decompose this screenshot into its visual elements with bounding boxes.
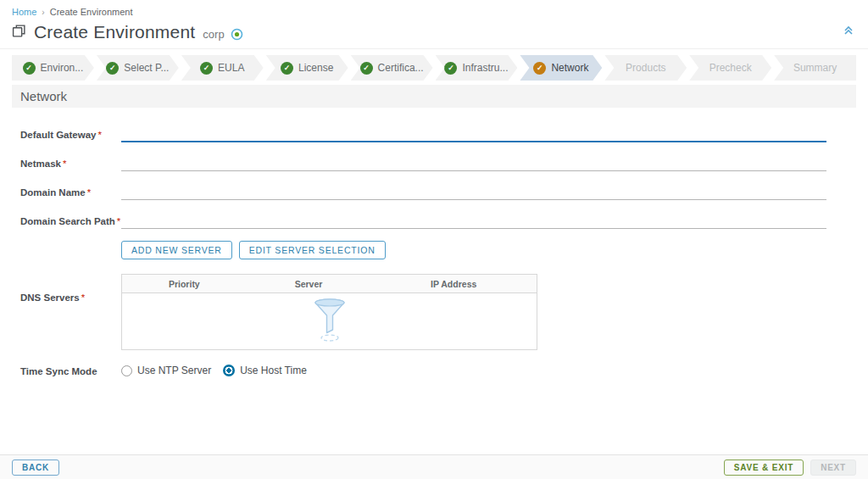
step-complete-icon: ✓	[106, 62, 119, 75]
step-label: Summary	[793, 62, 837, 74]
breadcrumb-home-link[interactable]: Home	[12, 7, 36, 17]
page-title: Create Environment	[34, 22, 195, 42]
section-title: Network	[20, 89, 67, 103]
form-row-default-gateway: Default Gateway*	[12, 125, 856, 142]
domain-search-path-label: Domain Search Path*	[20, 212, 121, 226]
form-row-netmask: Netmask*	[12, 154, 856, 171]
step-eula[interactable]: ✓ EULA	[181, 55, 264, 81]
add-new-server-button[interactable]: ADD NEW SERVER	[121, 241, 232, 259]
form-row-dns-servers: DNS Servers* Priority Server IP Address	[12, 274, 856, 350]
environment-icon	[12, 24, 26, 42]
step-label: License	[298, 62, 333, 74]
next-button[interactable]: NEXT	[810, 460, 856, 476]
dns-table-empty-state	[122, 293, 537, 349]
section-header: Network	[12, 85, 856, 108]
step-in-progress-icon: ✓	[533, 62, 546, 75]
create-environment-page: Home › Create Environment Create Environ…	[0, 0, 868, 455]
dns-actions: ADD NEW SERVER EDIT SERVER SELECTION	[12, 241, 856, 259]
radio-label: Use Host Time	[240, 365, 307, 376]
step-complete-icon: ✓	[23, 62, 36, 75]
netmask-label: Netmask*	[20, 154, 121, 169]
step-summary[interactable]: Summary	[774, 55, 856, 81]
wizard-footer: BACK SAVE & EXIT NEXT	[0, 455, 868, 479]
step-label: Network	[551, 62, 588, 74]
domain-search-path-input[interactable]	[121, 212, 826, 229]
page-header: Home › Create Environment Create Environ…	[0, 0, 868, 49]
domain-name-label: Domain Name*	[20, 183, 121, 198]
network-form: Default Gateway* Netmask* Domain Name* D…	[12, 108, 856, 454]
column-priority: Priority	[122, 279, 247, 289]
column-server: Server	[247, 279, 371, 289]
back-button[interactable]: BACK	[12, 460, 59, 476]
dns-table-header: Priority Server IP Address	[122, 275, 537, 293]
netmask-input[interactable]	[121, 154, 826, 171]
step-complete-icon: ✓	[360, 62, 373, 75]
step-precheck[interactable]: Precheck	[689, 55, 771, 81]
dns-servers-label: DNS Servers*	[20, 274, 121, 303]
form-row-domain-search-path: Domain Search Path*	[12, 212, 856, 229]
breadcrumb: Home › Create Environment	[12, 7, 854, 17]
collapse-all-icon[interactable]	[843, 24, 854, 36]
step-label: Precheck	[709, 62, 752, 74]
dns-servers-table: Priority Server IP Address	[121, 274, 537, 350]
step-label: EULA	[218, 62, 244, 74]
step-label: Select P...	[124, 62, 169, 74]
radio-unchecked-icon	[121, 365, 132, 376]
column-ip-address: IP Address	[370, 279, 537, 289]
step-complete-icon: ✓	[281, 62, 293, 75]
environment-status-icon	[231, 25, 243, 41]
step-complete-icon: ✓	[200, 62, 213, 75]
wizard-stepper: ✓ Environ... ✓ Select P... ✓ EULA ✓ Lice…	[12, 55, 856, 81]
step-environment[interactable]: ✓ Environ...	[12, 55, 94, 81]
step-label: Products	[626, 62, 665, 74]
step-infrastructure[interactable]: ✓ Infrastru...	[436, 55, 518, 81]
step-products[interactable]: Products	[604, 55, 687, 81]
environment-name: corp	[203, 24, 224, 41]
empty-table-filter-icon	[312, 297, 348, 346]
step-select-product[interactable]: ✓ Select P...	[97, 55, 179, 81]
step-certificate[interactable]: ✓ Certifica...	[351, 55, 433, 81]
title-row: Create Environment corp	[12, 22, 854, 42]
time-sync-mode-label: Time Sync Mode	[20, 365, 121, 376]
step-label: Environ...	[41, 62, 84, 74]
step-label: Certifica...	[378, 62, 424, 74]
form-row-time-sync-mode: Time Sync Mode Use NTP Server Use Host T…	[12, 365, 856, 376]
time-sync-options: Use NTP Server Use Host Time	[121, 365, 307, 376]
step-license[interactable]: ✓ License	[266, 55, 348, 81]
save-exit-button[interactable]: SAVE & EXIT	[724, 460, 804, 476]
breadcrumb-current: Create Environment	[50, 7, 133, 17]
edit-server-selection-button[interactable]: EDIT SERVER SELECTION	[239, 241, 386, 259]
step-complete-icon: ✓	[444, 62, 457, 75]
form-row-domain-name: Domain Name*	[12, 183, 856, 200]
radio-use-ntp-server[interactable]: Use NTP Server	[121, 365, 211, 376]
radio-checked-icon	[223, 365, 235, 376]
breadcrumb-separator: ›	[42, 8, 44, 17]
domain-name-input[interactable]	[121, 183, 826, 200]
default-gateway-input[interactable]	[121, 125, 826, 142]
default-gateway-label: Default Gateway*	[20, 125, 121, 140]
radio-label: Use NTP Server	[137, 365, 211, 376]
step-label: Infrastru...	[462, 62, 508, 74]
step-network[interactable]: ✓ Network	[520, 55, 602, 81]
radio-use-host-time[interactable]: Use Host Time	[223, 365, 307, 376]
